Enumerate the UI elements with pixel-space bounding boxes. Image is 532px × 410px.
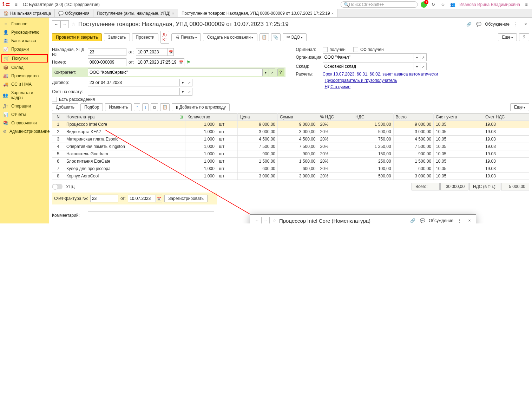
th-nomenclature[interactable]: Номенклатура ⊞: [64, 113, 185, 121]
sf-received-checkbox[interactable]: [353, 47, 358, 52]
th-account[interactable]: Счет учета: [434, 113, 483, 121]
post-close-button[interactable]: Провести и закрыть: [52, 33, 102, 41]
dropdown-icon[interactable]: ▾: [414, 53, 420, 61]
link-icon[interactable]: 🔗: [409, 217, 416, 223]
history-icon[interactable]: ↻: [430, 1, 437, 8]
link-icon[interactable]: 🔗: [465, 21, 472, 28]
add-row-button[interactable]: Добавить: [52, 103, 78, 111]
sidebar-item-catalogs[interactable]: 📚Справочники: [0, 119, 49, 127]
dropdown-icon[interactable]: ▾: [180, 79, 186, 86]
calendar-icon[interactable]: 📅: [178, 58, 184, 66]
invoice-no-input[interactable]: [88, 48, 126, 56]
invoice-date-input[interactable]: [136, 48, 168, 56]
tab-receipts[interactable]: Поступление (акты, накладные, УПД)×: [93, 9, 178, 17]
th-pnds[interactable]: % НДС: [318, 113, 353, 121]
back-button[interactable]: ←: [253, 217, 261, 223]
pick-button[interactable]: Подбор: [80, 103, 103, 111]
calendar-icon[interactable]: 📅: [168, 48, 174, 56]
contract-input[interactable]: [88, 79, 180, 86]
edo-button[interactable]: ✉ ЭДО: [283, 33, 307, 41]
discuss-icon[interactable]: 💬: [419, 217, 426, 223]
invoice-for-payment-input[interactable]: [88, 88, 180, 96]
tab-discussions[interactable]: 💬Обсуждения: [55, 9, 93, 17]
favorite-icon[interactable]: ☆: [72, 22, 75, 27]
open-icon[interactable]: ↗: [186, 79, 192, 86]
table-row[interactable]: 4Оперативная память Kingston1,000шт7 500…: [52, 143, 529, 150]
sidebar-item-warehouse[interactable]: 📦Склад: [0, 63, 49, 72]
table-row[interactable]: 3Материнская плата Esonic1,000шт4 500,00…: [52, 136, 529, 143]
close-icon[interactable]: ×: [466, 217, 473, 223]
copy-button[interactable]: ⧉: [151, 103, 158, 111]
open-icon[interactable]: ↗: [420, 53, 427, 61]
edit-button[interactable]: Изменить: [105, 103, 132, 111]
favorites-icon[interactable]: ☆: [440, 1, 447, 8]
report-button[interactable]: 📋: [260, 33, 269, 41]
sf-date-input[interactable]: [128, 195, 156, 202]
user-menu-icon[interactable]: ≡: [523, 1, 530, 8]
more-button[interactable]: Еще: [498, 33, 517, 41]
table-row[interactable]: 1Процессор Intel Core1,000шт9 000,009 00…: [52, 121, 529, 128]
th-price[interactable]: Цена: [237, 113, 277, 121]
number-input[interactable]: [88, 58, 126, 66]
th-nds[interactable]: НДС: [353, 113, 393, 121]
sidebar-item-purchases[interactable]: 🛒Покупки: [1, 54, 48, 63]
menu-icon[interactable]: ≡: [13, 1, 20, 8]
dropdown-icon[interactable]: ▾: [263, 69, 269, 76]
sidebar-item-operations[interactable]: ДтОперации: [0, 102, 49, 110]
datetime-input[interactable]: [136, 58, 178, 66]
table-row[interactable]: 5Накопитель Goodram1,000шт900,00900,0020…: [52, 150, 529, 158]
nds-link[interactable]: НДС в сумме: [325, 84, 351, 89]
tab-current-doc[interactable]: Поступление товаров: Накладная, УПД 0000…: [178, 9, 337, 17]
table-more-button[interactable]: Еще: [510, 103, 529, 111]
sidebar-item-admin[interactable]: ⚙Администрирование: [0, 127, 49, 136]
shipper-link[interactable]: Грузоотправитель и грузополучатель: [325, 78, 397, 83]
attach-button[interactable]: 📎: [271, 33, 281, 41]
favorite-icon[interactable]: ☆: [272, 218, 276, 223]
received-checkbox[interactable]: [323, 47, 328, 52]
forward-button[interactable]: →: [261, 217, 270, 223]
user-icon[interactable]: 👥: [449, 1, 457, 8]
move-down-button[interactable]: ↓: [142, 103, 149, 111]
org-input[interactable]: [323, 53, 414, 61]
settlements-link[interactable]: Срок 10.07.2023, 60.01, 60.02, зачет ава…: [323, 72, 438, 77]
open-icon[interactable]: ↗: [269, 69, 275, 76]
print-button[interactable]: 🖨 Печать: [171, 33, 201, 41]
discuss-icon[interactable]: 💬: [475, 21, 482, 28]
th-quantity[interactable]: Количество: [185, 113, 237, 121]
save-button[interactable]: Записать: [104, 33, 130, 41]
th-sum[interactable]: Сумма: [278, 113, 318, 121]
open-icon[interactable]: ↗: [420, 63, 427, 70]
search-input[interactable]: 🔍 Поиск Ctrl+Shift+F: [341, 1, 418, 8]
discrepancies-checkbox[interactable]: [52, 97, 57, 102]
close-icon[interactable]: ×: [522, 21, 529, 28]
close-icon[interactable]: ×: [172, 11, 174, 15]
sidebar-item-production[interactable]: 🏭Производство: [0, 72, 49, 80]
th-n[interactable]: N: [52, 113, 64, 121]
calendar-icon[interactable]: 📅: [156, 195, 162, 202]
contractor-input[interactable]: [88, 69, 263, 76]
register-button[interactable]: Зарегистрировать: [164, 195, 208, 202]
warehouse-input[interactable]: [323, 63, 414, 70]
close-icon[interactable]: ×: [331, 11, 334, 15]
kebab-icon[interactable]: ⋮: [456, 217, 463, 223]
sidebar-item-reports[interactable]: 📊Отчеты: [0, 110, 49, 119]
table-row[interactable]: 6Блок питания ExeGate1,000шт1 500,001 50…: [52, 158, 529, 165]
th-nds-account[interactable]: Счет НДС: [483, 113, 529, 121]
dt-kt-button[interactable]: ДтКт: [160, 31, 170, 44]
notifications-icon[interactable]: [421, 1, 427, 8]
sidebar-item-bank[interactable]: 🏦Банк и касса: [0, 37, 49, 45]
sidebar-item-assets[interactable]: 🚚ОС и НМА: [0, 80, 49, 89]
dropdown-icon[interactable]: ▾: [180, 88, 186, 96]
tab-home[interactable]: 🏠Начальная страница: [0, 9, 55, 17]
column-icon[interactable]: ⊞: [179, 115, 183, 119]
sidebar-item-payroll[interactable]: 👥Зарплата и кадры: [0, 89, 49, 102]
th-total[interactable]: Всего: [393, 113, 433, 121]
open-icon[interactable]: ↗: [186, 88, 192, 96]
help-button[interactable]: ?: [519, 33, 529, 41]
dropdown-icon[interactable]: ▾: [414, 63, 420, 70]
flag-icon[interactable]: ⚑: [186, 60, 190, 65]
sidebar-item-sales[interactable]: 📈Продажи: [0, 45, 49, 53]
discuss-label[interactable]: Обсуждение: [485, 22, 510, 27]
upd-toggle[interactable]: [52, 184, 63, 189]
sidebar-item-manager[interactable]: 👤Руководителю: [0, 28, 49, 37]
